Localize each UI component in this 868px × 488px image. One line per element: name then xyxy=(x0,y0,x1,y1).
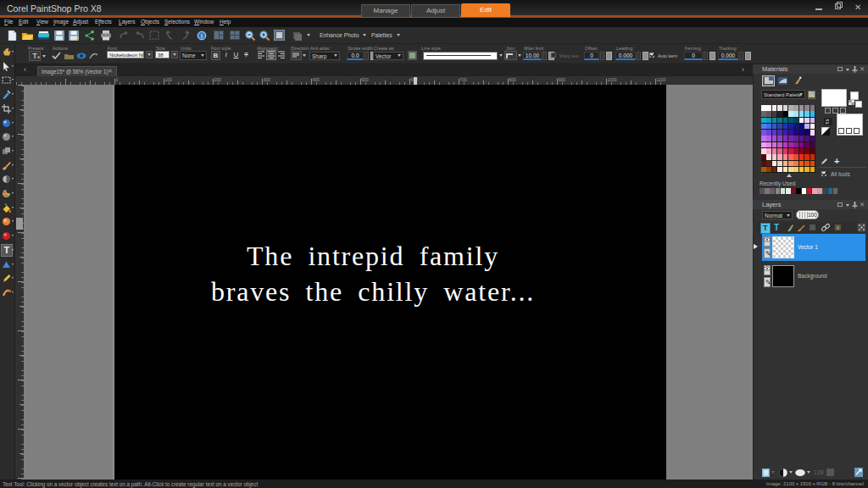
svg-text:i: i xyxy=(201,32,203,40)
